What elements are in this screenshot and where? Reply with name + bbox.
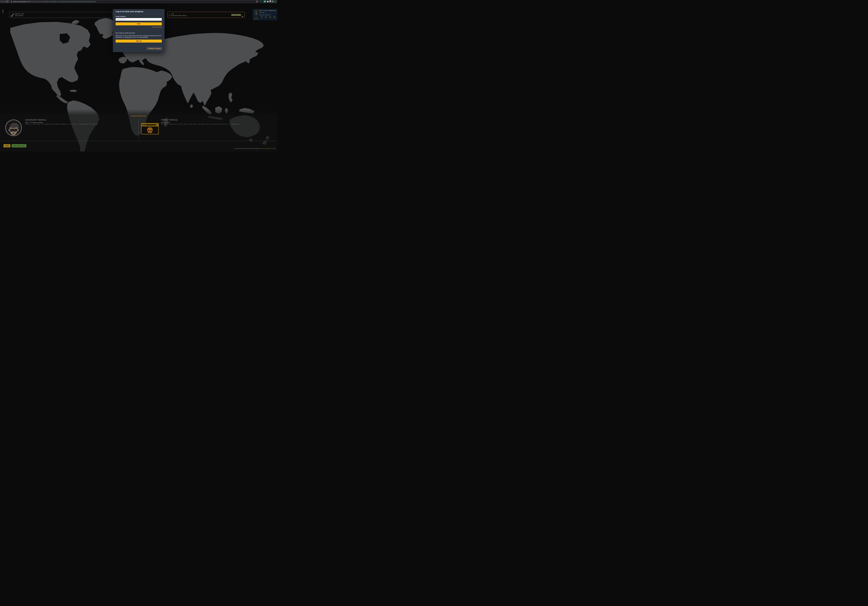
syringe-injection-icon [11,13,14,17]
back-icon[interactable]: ← [1,0,3,3]
challenge-category: Injection Flaws [15,13,24,15]
signup-button[interactable]: Sign up [116,40,162,43]
forward-icon[interactable]: → [3,0,6,3]
email-label: Email Address [116,15,162,17]
email-field[interactable] [116,18,162,21]
challenge-name: SQL injection [15,15,24,17]
url-text: portal.securecodewarrior.com/?utm_source… [13,1,256,2]
address-bar[interactable]: portal.securecodewarrior.com/?utm_source… [9,0,263,3]
map-attribution: This map is based on public domain map d… [234,148,276,149]
language-name: Java [171,13,187,15]
tools-icon [269,16,271,19]
bookmark-star-icon[interactable]: ☆ [260,1,261,2]
browser-toolbar: ← → portal.securecodewarrior.com/?utm_so… [0,0,277,3]
mission-briefing-title: MISSION BRIEFING [131,115,146,117]
reload-icon[interactable] [6,0,9,3]
url-domain: portal.securecodewarrior.com [13,1,30,2]
attribution-and: and [267,148,270,149]
enter-game-mode-button[interactable]: Enter game mode [12,144,26,147]
points-value: 0 [253,17,259,18]
lightbulb-icon [265,16,267,19]
player-stats-panel: Level 0 0 Points Most Critical Weaknesse… [253,9,277,20]
adversary-alias: Alias: Firstname Lastname [25,122,43,123]
challenge-banner: Injection Flaws SQL injection [9,12,113,18]
level-value: 0 [254,12,258,16]
points-label: Points [253,18,259,19]
chevron-down-icon[interactable] [242,15,243,18]
grammarly-extension-icon[interactable]: G [264,0,266,2]
login-modal: Log in to track your progress Email Addr… [113,9,164,52]
menu-dots-icon[interactable]: ⋮ [274,0,277,3]
trophy-icon [273,16,276,19]
adversary-description: Subject is well-known for targeting worl… [25,124,98,125]
natural-earth-link[interactable]: Natural Earth [270,148,276,149]
forgot-password-link[interactable]: Forgot Password [116,26,162,28]
language-selector[interactable]: Java Enterprise Edition (Basic) REMEMBER… [167,12,245,18]
adversary-avatar [5,119,22,137]
weaknesses-title: Most Critical Weaknesses [259,10,276,11]
jvectormap-link[interactable]: jVectorMap [262,148,267,149]
puzzle-extension-icon[interactable] [267,0,268,2]
accuracy-progress-bar [259,13,276,14]
adversary-profile-title: ADVERSARY PROFILE [25,119,46,121]
url-path: /?utm_source=partner-integration:mend&pa… [30,1,96,2]
accuracy-label: Accuracy [259,12,265,13]
java-icon [169,14,170,17]
remembered-badge: REMEMBERED [231,14,241,16]
next-button[interactable]: Next [116,22,162,25]
sidebar-extension-icon[interactable] [270,0,271,2]
threat-profile-title: THREAT PROFILE [161,119,178,121]
lock-icon [11,0,12,3]
skull-window-icon [141,123,159,135]
browser-profile-avatar[interactable]: C [272,0,274,2]
map-zoom-out-button[interactable]: − [2,12,4,13]
share-icon[interactable] [256,0,258,3]
threat-description: The IDS has detected a security threat. … [161,124,240,125]
modal-title: Log in to track your progress [113,9,164,14]
language-edition: Enterprise Edition (Basic) [171,15,187,17]
attribution-text: This map is based on public domain map d… [234,148,262,149]
signup-heading: Don't have an SCW account? [116,32,162,34]
modal-footer: Continue as guest [113,44,164,52]
continue-as-guest-button[interactable]: Continue as guest [146,47,163,50]
maturity-label: Security Maturity [259,14,270,15]
login-button[interactable]: Login [3,144,11,147]
map-zoom-in-button[interactable]: + [2,10,4,11]
signup-text: Sign up for a free 14-day trial to track… [116,35,162,39]
level-label: Level [253,10,259,11]
threat-name: SQL injection [161,122,170,123]
graduation-cap-icon [260,16,263,19]
